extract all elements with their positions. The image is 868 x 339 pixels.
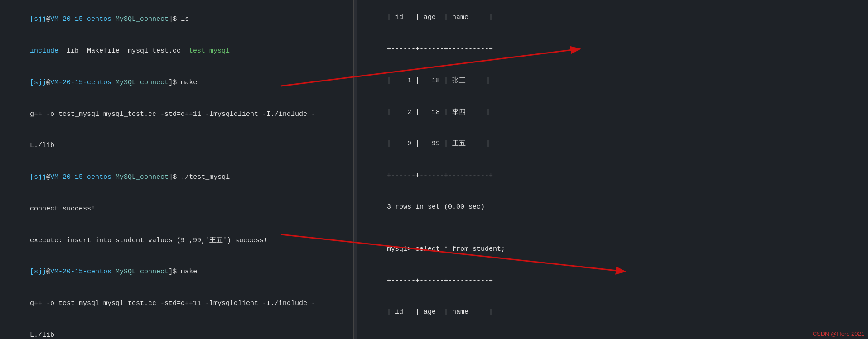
line-ls-output: include lib Makefile mysql_test.cc test_… — [5, 35, 348, 67]
right-terminal: | id | age | name | +------+------+-----… — [357, 0, 868, 339]
line-llib1: L./lib — [5, 130, 348, 162]
line-3: [sjj@VM-20-15-centos MySQL_connect]$ ./t… — [5, 162, 348, 193]
right-line-1: | id | age | name | — [362, 2, 863, 33]
right-line-4: | 2 | 18 | 李四 | — [362, 96, 863, 128]
right-line-9: +------+------+----------+ — [362, 328, 863, 339]
right-line-6: +------+------+----------+ — [362, 160, 863, 191]
line-1: [sjj@VM-20-15-centos MySQL_connect]$ ls — [5, 4, 348, 35]
right-line-5: | 9 | 99 | 王五 | — [362, 128, 863, 160]
line-connect1: connect success! — [5, 193, 348, 225]
right-blank-1 — [362, 223, 863, 233]
right-mysql-cmd-1: mysql> select * from student; — [362, 234, 863, 265]
right-line-2: +------+------+----------+ — [362, 33, 863, 65]
right-rows-1: 3 rows in set (0.00 sec) — [362, 191, 863, 223]
right-line-3: | 1 | 18 | 张三 | — [362, 65, 863, 97]
line-gpp1: g++ -o test_mysql mysql_test.cc -std=c++… — [5, 98, 348, 130]
panel-divider — [353, 0, 357, 339]
right-line-8: | id | age | name | — [362, 296, 863, 328]
line-gpp2: g++ -o test_mysql mysql_test.cc -std=c++… — [5, 288, 348, 320]
line-insert: execute: insert into student values (9 ,… — [5, 224, 348, 256]
line-2: [sjj@VM-20-15-centos MySQL_connect]$ mak… — [5, 67, 348, 99]
line-4: [sjj@VM-20-15-centos MySQL_connect]$ mak… — [5, 256, 348, 288]
right-line-7: +------+------+----------+ — [362, 265, 863, 296]
watermark: CSDN @Hero 2021 — [813, 330, 864, 337]
line-llib2: L./lib — [5, 320, 348, 339]
left-terminal: [sjj@VM-20-15-centos MySQL_connect]$ ls … — [0, 0, 353, 339]
